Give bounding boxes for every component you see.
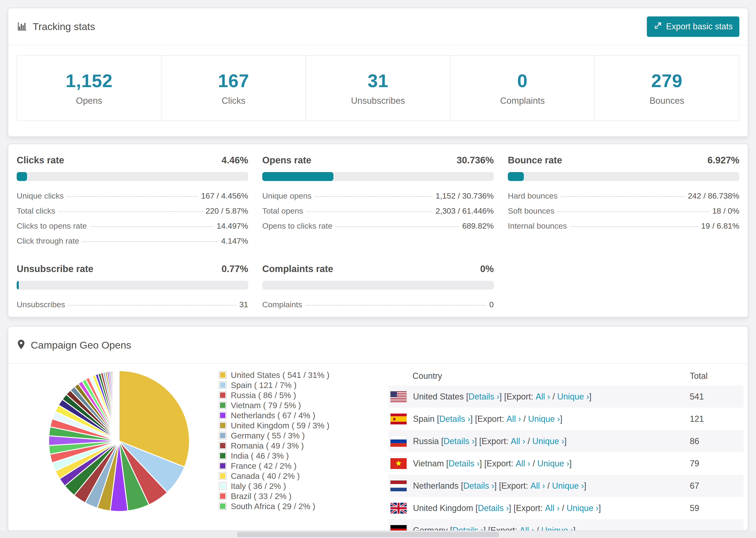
- export-all-link[interactable]: All ›: [516, 459, 530, 468]
- legend-label: South Africa ( 29 / 2% ): [231, 502, 315, 511]
- bracket: [: [441, 436, 444, 446]
- legend-label: Netherlands ( 67 / 4% ): [231, 411, 315, 420]
- rate-row-value: 689.82%: [462, 221, 494, 231]
- rate-progress-fill: [17, 281, 19, 290]
- rate-progressbar: [508, 172, 739, 181]
- rate-row-value: 14.497%: [217, 221, 248, 231]
- export-unique-link[interactable]: Unique ›: [557, 392, 589, 402]
- legend-item: France ( 42 / 2% ): [219, 461, 329, 471]
- stat-opens: 1,152 Opens: [17, 56, 162, 120]
- rate-value: 6.927%: [707, 155, 739, 166]
- export-unique-link[interactable]: Unique ›: [532, 436, 564, 446]
- dotted-leader: [561, 196, 685, 197]
- rate-row-label: Complaints: [262, 300, 302, 309]
- rate-progress-fill: [262, 172, 333, 181]
- rate-row-label: Internal bounces: [508, 221, 567, 231]
- geo-title: Campaign Geo Opens: [31, 340, 131, 351]
- details-link[interactable]: Details ›: [444, 436, 474, 446]
- export-all-link[interactable]: All ›: [507, 414, 521, 424]
- rate-row: Complaints 0: [262, 300, 494, 309]
- details-link[interactable]: Details ›: [453, 525, 483, 531]
- stat-complaints: 0 Complaints: [451, 56, 595, 120]
- country-name: Netherlands: [413, 481, 461, 491]
- export-all-link[interactable]: All ›: [519, 525, 534, 531]
- legend-label: Vietnam ( 79 / 5% ): [231, 401, 301, 410]
- export-unique-link[interactable]: Unique ›: [541, 525, 573, 531]
- rate-row-label: Unique clicks: [17, 191, 64, 200]
- rate-row-label: Soft bounces: [508, 206, 554, 215]
- rate-value: 0%: [480, 264, 494, 274]
- flag-gb-icon: [391, 503, 406, 513]
- rate-row-label: Click through rate: [17, 237, 79, 245]
- flag-de-icon: [391, 525, 406, 531]
- details-link[interactable]: Details ›: [439, 414, 470, 424]
- geo-table-row-es: Spain [Details ›] [Export: All › / Uniqu…: [389, 408, 743, 430]
- rate-row: Opens to clicks rate 689.82%: [262, 221, 494, 231]
- flag-us-icon: [391, 391, 406, 402]
- country-name: Russia: [413, 436, 441, 446]
- legend-swatch: [219, 492, 227, 500]
- legend-item: Canada ( 40 / 2% ): [219, 471, 329, 481]
- legend-label: Canada ( 40 / 2% ): [231, 471, 300, 481]
- country-column-header: Country: [389, 371, 690, 381]
- rate-block-complaints-rate: Complaints rate 0% Complaints 0: [262, 264, 494, 315]
- country-name: Germany: [413, 525, 450, 531]
- export-unique-link[interactable]: Unique ›: [552, 481, 584, 491]
- details-link[interactable]: Details ›: [449, 459, 479, 468]
- bracket: [: [475, 503, 478, 513]
- map-pin-icon: [17, 339, 26, 351]
- bracket: [: [450, 525, 453, 531]
- country-name: United Kingdom: [413, 503, 475, 513]
- country-name: United States: [413, 392, 466, 402]
- legend-swatch: [219, 402, 227, 409]
- country-total: 541: [690, 392, 743, 402]
- legend-swatch: [219, 432, 227, 439]
- geo-table-row-vn: Vietnam [Details ›] [Export: All › / Uni…: [389, 452, 743, 475]
- legend-label: India ( 46 / 3% ): [231, 451, 289, 460]
- bar-chart-icon: [17, 21, 27, 32]
- legend-swatch: [219, 442, 227, 450]
- stat-label: Opens: [76, 96, 102, 106]
- export-unique-link[interactable]: Unique ›: [567, 503, 598, 513]
- flag-vn-icon: [391, 458, 406, 469]
- horizontal-scrollbar-thumb[interactable]: [237, 532, 499, 537]
- legend-swatch: [219, 371, 227, 379]
- rate-title: Complaints rate: [262, 264, 333, 274]
- rate-row-value: 220 / 5.87%: [206, 206, 248, 215]
- legend-swatch: [219, 381, 227, 389]
- details-link[interactable]: Details ›: [478, 503, 509, 513]
- legend-label: Germany ( 55 / 3% ): [231, 431, 305, 440]
- legend-swatch: [219, 502, 227, 510]
- export-all-link[interactable]: All ›: [545, 503, 560, 513]
- rate-row: Clicks to opens rate 14.497%: [17, 221, 248, 231]
- country-name: Spain: [413, 414, 437, 424]
- dotted-leader: [570, 226, 698, 227]
- export-all-link[interactable]: All ›: [536, 392, 550, 402]
- rate-block-bounce-rate: Bounce rate 6.927% Hard bounces 242 / 86…: [508, 155, 739, 251]
- rate-progress-fill: [17, 172, 27, 181]
- rate-progressbar: [17, 281, 248, 290]
- legend-swatch: [219, 482, 227, 490]
- rate-row-value: 2,303 / 61.446%: [436, 206, 494, 215]
- stat-bounces: 279 Bounces: [595, 56, 739, 120]
- country-total: 67: [690, 481, 743, 491]
- export-all-link[interactable]: All ›: [511, 436, 525, 446]
- rate-row: Total opens 2,303 / 61.446%: [262, 206, 494, 215]
- rate-title: Bounce rate: [508, 155, 562, 166]
- export-basic-stats-button[interactable]: Export basic stats: [647, 17, 739, 37]
- stat-label: Unsubscribes: [351, 96, 405, 106]
- flag-es-icon: [391, 413, 406, 424]
- details-link[interactable]: Details ›: [463, 481, 494, 491]
- geo-header: Campaign Geo Opens: [8, 327, 748, 364]
- geo-table-row-us: United States [Details ›] [Export: All ›…: [389, 385, 743, 408]
- rate-row: Hard bounces 242 / 86.738%: [508, 191, 739, 200]
- export-unique-link[interactable]: Unique ›: [537, 459, 569, 468]
- export-unique-link[interactable]: Unique ›: [528, 414, 560, 424]
- legend-label: United States ( 541 / 31% ): [231, 370, 329, 380]
- export-all-link[interactable]: All ›: [530, 481, 545, 491]
- country-total: 59: [690, 503, 743, 513]
- legend-swatch: [219, 391, 227, 399]
- rate-row: Unique opens 1,152 / 30.736%: [262, 191, 494, 200]
- stat-value: 279: [651, 70, 682, 91]
- details-link[interactable]: Details ›: [468, 392, 499, 402]
